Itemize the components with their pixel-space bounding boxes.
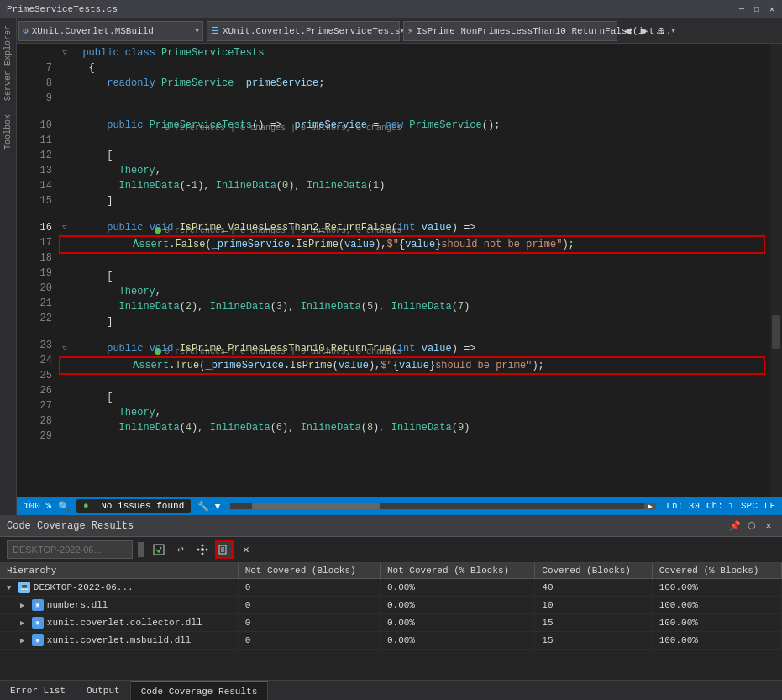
code-line-28: InlineData(4), InlineData(6), InlineData… (59, 420, 765, 435)
tab-code-coverage[interactable]: Code Coverage Results (131, 681, 269, 701)
line-10: 10 (24, 118, 52, 133)
coverage-table-container[interactable]: Hierarchy Not Covered (Blocks) Not Cover… (0, 563, 782, 680)
code-line-18 (59, 254, 765, 269)
cell-cov-blk: 15 (535, 632, 652, 650)
collapse-16-icon[interactable]: ▽ (59, 220, 71, 235)
line-26: 26 (24, 383, 52, 398)
collect-btn[interactable] (150, 540, 168, 559)
cell-not-cov-blk: 0 (238, 579, 380, 597)
line-18: 18 (24, 250, 52, 266)
horizontal-scrollbar[interactable]: ▶ (230, 503, 656, 509)
scroll-thumb[interactable] (772, 315, 780, 349)
code-line-29 (59, 435, 765, 450)
editor-area: ⚙ XUnit.Coverlet.MSBuild ▼ ☰ XUnit.Cover… (17, 18, 782, 515)
expand-arrow[interactable]: ▼ (7, 584, 16, 592)
line-21: 21 (24, 296, 52, 311)
code-line-17-boxed: Assert.False(_primeService.IsPrime(value… (59, 235, 765, 254)
bottom-tabs: Error List Output Code Coverage Results (0, 680, 782, 700)
line-24: 24 (24, 353, 52, 368)
table-row[interactable]: ▶ ▣xunit.coverlet.msbuild.dll 0 0.00% 15… (0, 632, 782, 650)
line-23: 23 (24, 338, 52, 353)
expand-arrow[interactable]: ▶ (20, 602, 29, 610)
table-row[interactable]: ▶ ▣xunit.coverlet.collector.dll 0 0.00% … (0, 614, 782, 632)
code-content[interactable]: ▽ public class PrimeServiceTests { reado… (59, 44, 782, 497)
new-tab-btn[interactable]: ⊕ (653, 23, 669, 39)
title-text: PrimeServiceTests.cs (7, 4, 118, 14)
status-right: Ln: 30 Ch: 1 SPC LF (666, 501, 775, 511)
status-no-issues[interactable]: ● No issues found (76, 499, 191, 513)
line-12: 12 (24, 148, 52, 163)
panel-title-left: Code Coverage Results (7, 520, 134, 532)
panel-title-right: 📌 ⬡ ✕ (728, 519, 775, 533)
svg-point-4 (197, 549, 200, 551)
status-task-icon: 🔧 ▼ (197, 501, 220, 512)
code-line-16: ▽ public void IsPrime_ValuesLessThan2_Re… (59, 220, 765, 235)
main-container: Server Explorer Toolbox ⚙ XUnit.Coverlet… (0, 18, 782, 515)
code-line-14: InlineData(-1), InlineData(0), InlineDat… (59, 178, 765, 193)
cell-not-cov-blk: 0 (238, 597, 380, 614)
line-27: 27 (24, 398, 52, 413)
svg-point-3 (202, 553, 204, 555)
maximize-btn[interactable]: □ (750, 3, 764, 16)
scroll-left-btn[interactable]: ◀ (619, 23, 636, 39)
expand-arrow[interactable]: ▶ (20, 619, 29, 628)
code-line-19: [ (59, 269, 765, 284)
panel-toolbar: ↩ ✕ (0, 537, 782, 563)
cell-not-cov-pct: 0.00% (380, 579, 534, 597)
scroll-right-btn[interactable]: ▶ (636, 23, 653, 39)
line-7: 7 (24, 61, 52, 76)
line-25: 25 (24, 368, 52, 383)
title-bar: PrimeServiceTests.cs ─ □ ✕ (0, 0, 782, 18)
line-numbers: 7 8 9 10 11 12 13 14 15 16 17 18 19 20 2… (17, 44, 59, 497)
table-row[interactable]: ▼ 💻DESKTOP-2022-06... 0 0.00% 40 100.00% (0, 579, 782, 597)
cell-cov-blk: 40 (535, 579, 652, 597)
cell-cov-pct: 100.00% (652, 579, 781, 597)
collapse-icon[interactable]: ▽ (59, 45, 71, 61)
code-line-24-boxed: Assert.True(_primeService.IsPrime(value)… (59, 356, 765, 375)
close-results-btn[interactable]: ✕ (237, 540, 255, 559)
cell-hierarchy: ▶ ▣xunit.coverlet.msbuild.dll (0, 632, 238, 650)
float-btn[interactable]: ⬡ (745, 519, 758, 533)
cell-not-cov-pct: 0.00% (380, 614, 534, 632)
method-dropdown[interactable]: ⚡ IsPrime_NonPrimesLessThan10_ReturnFals… (403, 21, 617, 41)
line-15: 15 (24, 193, 52, 208)
vertical-scrollbar[interactable] (770, 44, 782, 497)
tab-output[interactable]: Output (76, 681, 131, 701)
code-line-class: ▽ public class PrimeServiceTests (59, 45, 765, 61)
col-cov-pct: Covered (% Blocks) (652, 563, 781, 579)
line-22: 22 (24, 311, 52, 326)
col-hierarchy: Hierarchy (0, 563, 238, 579)
cell-cov-pct: 100.00% (652, 614, 781, 632)
class-dropdown[interactable]: ☰ XUnit.Coverlet.PrimeServiceTests ▼ (207, 21, 400, 41)
tab-error-list[interactable]: Error List (0, 681, 76, 701)
side-tabs: Server Explorer Toolbox (0, 18, 17, 515)
toolbox-tab[interactable]: Toolbox (2, 108, 14, 156)
collapse-23-icon[interactable]: ▽ (59, 341, 71, 356)
server-explorer-tab[interactable]: Server Explorer (2, 18, 14, 108)
panel-search-input[interactable] (7, 540, 133, 559)
code-line-9 (59, 91, 765, 106)
options-btn[interactable] (193, 540, 212, 559)
code-line-12: [ (59, 148, 765, 163)
minimize-btn[interactable]: ─ (735, 3, 748, 16)
cell-cov-pct: 100.00% (652, 597, 781, 614)
cell-not-cov-blk: 0 (238, 632, 380, 650)
undo-btn[interactable]: ↩ (171, 540, 190, 559)
code-line-20: Theory, (59, 284, 765, 299)
namespace-dropdown[interactable]: ⚙ XUnit.Coverlet.MSBuild ▼ (18, 21, 203, 41)
svg-point-1 (201, 548, 204, 551)
close-btn[interactable]: ✕ (765, 3, 779, 16)
show-coverage-btn[interactable] (215, 540, 234, 559)
status-bar: 100 % 🔍 ● No issues found 🔧 ▼ ▶ Ln: 30 C… (17, 497, 782, 515)
line-28: 28 (24, 413, 52, 429)
close-panel-btn[interactable]: ✕ (762, 519, 775, 533)
col-not-cov-pct: Not Covered (% Blocks) (380, 563, 534, 579)
code-line-25 (59, 375, 765, 390)
cell-cov-blk: 15 (535, 614, 652, 632)
expand-arrow[interactable]: ▶ (20, 637, 29, 645)
line-9: 9 (24, 91, 52, 106)
table-row[interactable]: ▶ ▣numbers.dll 0 0.00% 10 100.00% (0, 597, 782, 614)
cell-not-cov-pct: 0.00% (380, 597, 534, 614)
cell-hierarchy: ▼ 💻DESKTOP-2022-06... (0, 579, 238, 597)
pin-btn[interactable]: 📌 (728, 519, 742, 533)
